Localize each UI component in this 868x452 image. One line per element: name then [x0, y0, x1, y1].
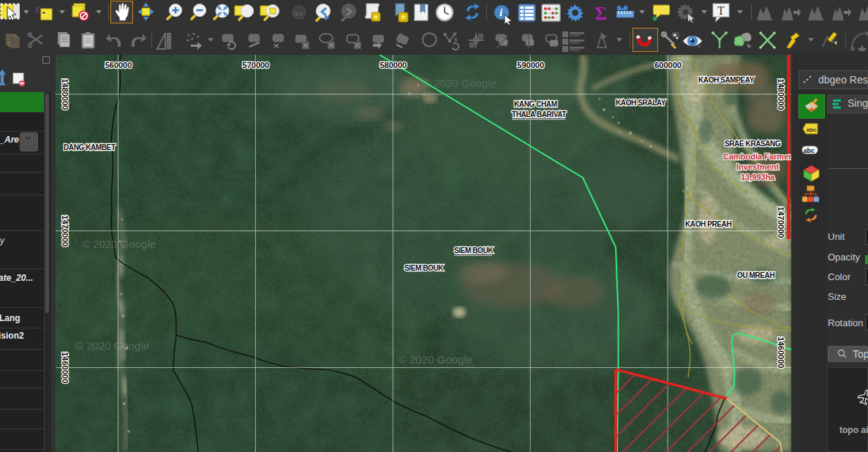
svg-text:1470000: 1470000 [777, 207, 785, 238]
svg-text:1:1: 1:1 [294, 10, 303, 17]
svg-text:1460000: 1460000 [777, 337, 785, 369]
svg-text:KANG CHAM: KANG CHAM [514, 100, 557, 108]
svg-text:1480000: 1480000 [61, 78, 69, 110]
svg-text:Cambodia Farmer: Cambodia Farmer [723, 152, 791, 161]
svg-text:SIEM BOUK: SIEM BOUK [404, 264, 444, 272]
svg-text:Investment: Investment [736, 162, 779, 171]
svg-text:abc: abc [807, 127, 817, 133]
svg-text:1460000: 1460000 [61, 352, 69, 383]
svg-text:OU MREAH: OU MREAH [737, 271, 774, 279]
svg-text:600000: 600000 [654, 61, 682, 69]
svg-text:abc: abc [804, 147, 815, 154]
svg-text:13,993ha: 13,993ha [741, 173, 775, 181]
svg-text:580000: 580000 [380, 61, 407, 69]
svg-text:© 2020 Google: © 2020 Google [75, 339, 149, 352]
svg-text:Σ: Σ [595, 3, 607, 24]
svg-text:SRAE KRASANG: SRAE KRASANG [725, 140, 781, 148]
svg-text:DANG KAMBET: DANG KAMBET [64, 143, 116, 151]
svg-text:KAOH SAMPEAY: KAOH SAMPEAY [698, 76, 755, 84]
svg-text:© 2020 Google: © 2020 Google [399, 353, 472, 366]
svg-text:560000: 560000 [105, 61, 132, 69]
svg-text:T: T [717, 4, 725, 17]
svg-text:s: s [454, 36, 458, 43]
svg-text:1470000: 1470000 [61, 215, 69, 246]
svg-text:ε: ε [35, 1, 41, 16]
svg-text:590000: 590000 [517, 61, 544, 69]
svg-text:THALA BARIVAT: THALA BARIVAT [512, 110, 566, 118]
svg-text:SIEM BOUK: SIEM BOUK [454, 246, 494, 255]
svg-text:570000: 570000 [243, 61, 270, 69]
svg-text:KAOH SRALAY: KAOH SRALAY [616, 99, 666, 107]
svg-text:KAOH PREAH: KAOH PREAH [685, 220, 731, 228]
svg-text:© 2020 Google: © 2020 Google [82, 238, 156, 250]
svg-text:1480000: 1480000 [777, 79, 785, 110]
